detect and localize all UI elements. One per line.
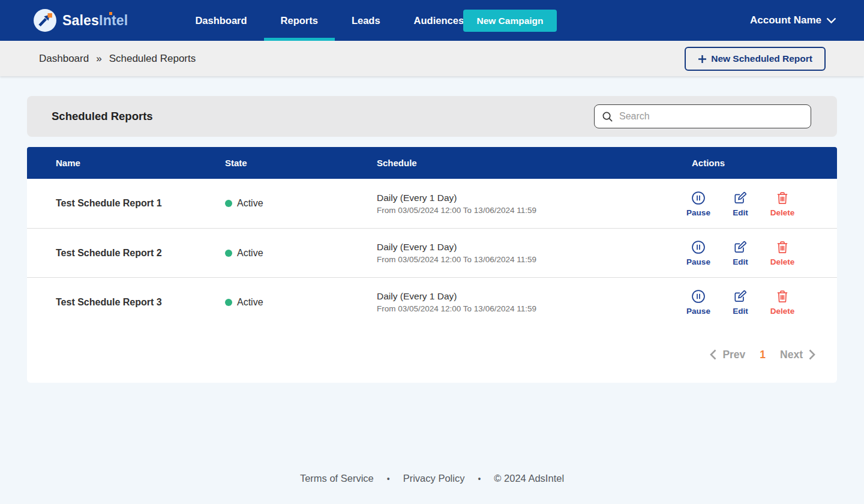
active-status-dot — [225, 299, 232, 306]
pagination: Prev 1 Next — [27, 326, 837, 383]
edit-button[interactable]: Edit — [724, 289, 757, 316]
table-row: Test Schedule Report 2 Active Daily (Eve… — [27, 228, 837, 277]
edit-icon — [733, 239, 748, 255]
chevron-right-icon — [809, 349, 815, 360]
top-navbar: SalesIntel Dashboard Reports Leads Audie… — [0, 0, 864, 41]
row-actions: Pause Edit — [665, 239, 837, 266]
privacy-policy-link[interactable]: Privacy Policy — [403, 473, 465, 484]
column-header-state: State — [225, 158, 377, 168]
report-name: Test Schedule Report 2 — [56, 248, 225, 259]
delete-button[interactable]: Delete — [766, 190, 799, 217]
report-schedule: Daily (Every 1 Day) From 03/05/2024 12:0… — [377, 193, 665, 215]
nav-item-dashboard[interactable]: Dashboard — [178, 0, 263, 41]
pause-button[interactable]: Pause — [682, 190, 715, 217]
scheduled-reports-table: Name State Schedule Actions Test Schedul… — [27, 147, 837, 383]
pause-button[interactable]: Pause — [682, 289, 715, 316]
nav-item-leads[interactable]: Leads — [335, 0, 397, 41]
column-header-schedule: Schedule — [377, 158, 665, 168]
breadcrumb-dashboard[interactable]: Dashboard — [39, 53, 89, 65]
footer-separator: • — [478, 474, 481, 484]
edit-button[interactable]: Edit — [724, 190, 757, 217]
status-label: Active — [237, 248, 263, 259]
column-header-actions: Actions — [665, 158, 837, 168]
footer-separator: • — [387, 474, 390, 484]
report-state: Active — [225, 198, 377, 209]
trash-icon — [775, 190, 790, 206]
account-name-label: Account Name — [750, 14, 821, 26]
schedule-range: From 03/05/2024 12:00 To 13/06/2024 11:5… — [377, 304, 665, 313]
schedule-title: Daily (Every 1 Day) — [377, 242, 665, 253]
search-icon — [602, 111, 613, 122]
table-row: Test Schedule Report 1 Active Daily (Eve… — [27, 179, 837, 228]
search-box — [594, 104, 811, 128]
status-label: Active — [237, 297, 263, 308]
main-nav: Dashboard Reports Leads Audiences — [178, 0, 481, 41]
pause-icon — [691, 239, 706, 255]
report-name: Test Schedule Report 1 — [56, 198, 225, 209]
schedule-title: Daily (Every 1 Day) — [377, 193, 665, 203]
table-row: Test Schedule Report 3 Active Daily (Eve… — [27, 277, 837, 326]
table-header-row: Name State Schedule Actions — [27, 147, 837, 179]
edit-button[interactable]: Edit — [724, 239, 757, 266]
trash-icon — [775, 239, 790, 255]
edit-icon — [733, 190, 748, 206]
terms-of-service-link[interactable]: Terms of Service — [300, 473, 374, 484]
report-schedule: Daily (Every 1 Day) From 03/05/2024 12:0… — [377, 291, 665, 313]
page-title: Scheduled Reports — [52, 110, 153, 123]
next-page-button[interactable]: Next — [780, 349, 815, 361]
search-input[interactable] — [619, 111, 803, 122]
brand-name: SalesIntel — [62, 13, 128, 29]
brand-orange-dot — [109, 12, 112, 15]
trash-icon — [775, 289, 790, 304]
breadcrumb: Dashboard » Scheduled Reports — [39, 53, 196, 65]
edit-icon — [733, 289, 748, 304]
footer: Terms of Service • Privacy Policy • © 20… — [0, 473, 864, 484]
pause-icon — [691, 190, 706, 206]
report-name: Test Schedule Report 3 — [56, 297, 225, 308]
plus-icon — [698, 55, 707, 64]
copyright-text: © 2024 AdsIntel — [494, 473, 564, 484]
report-state: Active — [225, 248, 377, 259]
chevron-down-icon — [826, 17, 836, 24]
row-actions: Pause Edit — [665, 289, 837, 316]
new-campaign-button[interactable]: New Campaign — [463, 10, 557, 32]
pause-icon — [691, 289, 706, 304]
page-number-1[interactable]: 1 — [754, 349, 772, 361]
breadcrumb-current: Scheduled Reports — [109, 53, 196, 65]
delete-button[interactable]: Delete — [766, 239, 799, 266]
scheduled-reports-card-header: Scheduled Reports — [27, 96, 837, 137]
schedule-range: From 03/05/2024 12:00 To 13/06/2024 11:5… — [377, 255, 665, 264]
schedule-range: From 03/05/2024 12:00 To 13/06/2024 11:5… — [377, 206, 665, 215]
status-label: Active — [237, 198, 263, 209]
nav-item-reports[interactable]: Reports — [264, 0, 335, 41]
report-state: Active — [225, 297, 377, 308]
salesintel-logo-icon — [34, 9, 56, 32]
breadcrumb-separator: » — [96, 53, 101, 65]
active-status-dot — [225, 250, 232, 257]
brand-logo[interactable]: SalesIntel — [34, 9, 128, 32]
schedule-title: Daily (Every 1 Day) — [377, 291, 665, 302]
delete-button[interactable]: Delete — [766, 289, 799, 316]
new-scheduled-report-label: New Scheduled Report — [711, 53, 812, 64]
active-status-dot — [225, 200, 232, 207]
column-header-name: Name — [56, 158, 225, 168]
new-scheduled-report-button[interactable]: New Scheduled Report — [685, 47, 826, 71]
breadcrumb-bar: Dashboard » Scheduled Reports New Schedu… — [0, 41, 864, 76]
chevron-left-icon — [710, 349, 716, 360]
prev-page-button[interactable]: Prev — [710, 349, 745, 361]
row-actions: Pause Edit — [665, 190, 837, 217]
pause-button[interactable]: Pause — [682, 239, 715, 266]
report-schedule: Daily (Every 1 Day) From 03/05/2024 12:0… — [377, 242, 665, 264]
account-menu[interactable]: Account Name — [750, 0, 836, 41]
